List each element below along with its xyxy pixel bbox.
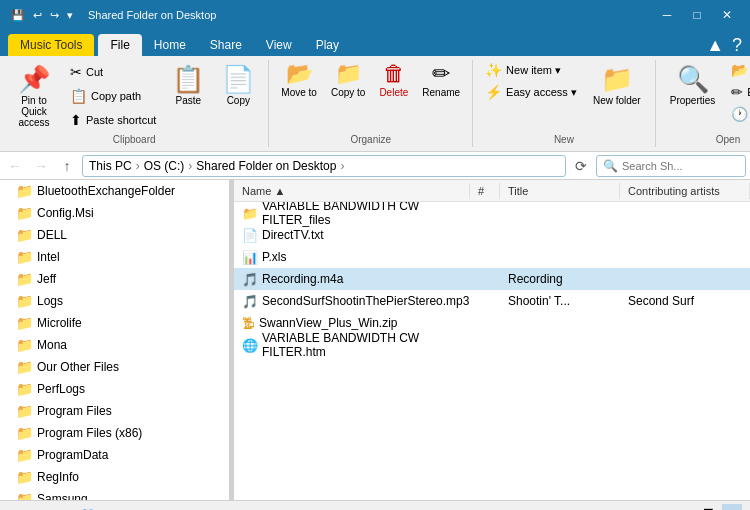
paste-btn[interactable]: 📋 Paste bbox=[164, 60, 212, 110]
folder-item-intel[interactable]: 📁 Intel bbox=[0, 246, 229, 268]
path-os-c[interactable]: OS (C:) bbox=[144, 159, 185, 173]
details-view-btn[interactable]: ☰ bbox=[698, 504, 718, 511]
file-item-pxls[interactable]: 📊 P.xls bbox=[234, 246, 750, 268]
file-item-directtv[interactable]: 📄 DirectTV.txt bbox=[234, 224, 750, 246]
copy-path-btn[interactable]: 📋 Copy path bbox=[64, 86, 162, 106]
file-icon-secondsurf: 🎵 bbox=[242, 294, 258, 309]
delete-icon: 🗑 bbox=[383, 63, 405, 85]
file-artist-recording bbox=[620, 277, 750, 281]
rename-btn[interactable]: ✏ Rename bbox=[416, 60, 466, 102]
tab-home[interactable]: Home bbox=[142, 34, 198, 56]
list-view-btn[interactable]: ⊞ bbox=[722, 504, 742, 511]
folder-icon-bluetooth: 📁 bbox=[16, 183, 33, 199]
search-input[interactable] bbox=[622, 160, 732, 172]
file-item-vbcwf-folder[interactable]: 📁 VARIABLE BANDWIDTH CW FILTER_files bbox=[234, 202, 750, 224]
clipboard-small-group: ✂ Cut 📋 Copy path ⬆ Paste shortcut bbox=[64, 60, 162, 132]
tab-music-tools[interactable]: Music Tools bbox=[8, 34, 94, 56]
paste-shortcut-btn[interactable]: ⬆ Paste shortcut bbox=[64, 110, 162, 130]
open-col: 📂 Open ▾ ✏ Edit 🕐 History bbox=[725, 60, 750, 124]
forward-btn[interactable]: → bbox=[30, 155, 52, 177]
folder-item-our-other-files[interactable]: 📁 Our Other Files bbox=[0, 356, 229, 378]
up-btn[interactable]: ↑ bbox=[56, 155, 78, 177]
properties-btn[interactable]: 🔍 Properties bbox=[662, 60, 724, 110]
new-label: New bbox=[479, 132, 649, 147]
folder-item-jeff[interactable]: 📁 Jeff bbox=[0, 268, 229, 290]
organize-content: 📂 Move to 📁 Copy to 🗑 Delete ✏ Rename bbox=[275, 60, 466, 132]
file-artist-secondsurf: Second Surf bbox=[620, 292, 750, 310]
file-hash-secondsurf bbox=[470, 299, 500, 303]
new-item-btn[interactable]: ✨ New item ▾ bbox=[479, 60, 583, 80]
address-path[interactable]: This PC › OS (C:) › Shared Folder on Des… bbox=[82, 155, 566, 177]
cut-icon: ✂ bbox=[70, 64, 82, 80]
folder-item-perflogs[interactable]: 📁 PerfLogs bbox=[0, 378, 229, 400]
folder-icon-config: 📁 bbox=[16, 205, 33, 221]
close-button[interactable]: ✕ bbox=[712, 0, 742, 30]
ribbon-group-new: ✨ New item ▾ ⚡ Easy access ▾ 📁 New folde… bbox=[473, 60, 656, 147]
redo-qat-btn[interactable]: ↪ bbox=[47, 7, 62, 24]
folder-item-bluetooth[interactable]: 📁 BluetoothExchangeFolder bbox=[0, 180, 229, 202]
path-sep-1: › bbox=[136, 159, 140, 173]
copy-btn[interactable]: 📄 Copy bbox=[214, 60, 262, 110]
help-btn[interactable]: ? bbox=[732, 35, 742, 56]
folder-item-config[interactable]: 📁 Config.Msi bbox=[0, 202, 229, 224]
col-header-artist[interactable]: Contributing artists bbox=[620, 183, 750, 199]
col-header-hash[interactable]: # bbox=[470, 183, 500, 199]
move-to-btn[interactable]: 📂 Move to bbox=[275, 60, 323, 102]
open-label: Open bbox=[662, 132, 750, 147]
folder-item-program-files-x86[interactable]: 📁 Program Files (x86) bbox=[0, 422, 229, 444]
minimize-button[interactable]: ─ bbox=[652, 0, 682, 30]
tab-file[interactable]: File bbox=[98, 34, 141, 56]
edit-btn[interactable]: ✏ Edit bbox=[725, 82, 750, 102]
ribbon-collapse-btn[interactable]: ▲ bbox=[706, 35, 724, 56]
open-btn[interactable]: 📂 Open ▾ bbox=[725, 60, 750, 80]
folder-item-mona[interactable]: 📁 Mona bbox=[0, 334, 229, 356]
path-shared-folder[interactable]: Shared Folder on Desktop bbox=[196, 159, 336, 173]
file-name-pxls: 📊 P.xls bbox=[234, 248, 470, 267]
back-btn[interactable]: ← bbox=[4, 155, 26, 177]
folder-item-logs[interactable]: 📁 Logs bbox=[0, 290, 229, 312]
file-name-secondsurf: 🎵 SecondSurfShootinThePierStereo.mp3 bbox=[234, 292, 470, 311]
open-content: 🔍 Properties 📂 Open ▾ ✏ Edit 🕐 History bbox=[662, 60, 750, 132]
undo-qat-btn[interactable]: ↩ bbox=[30, 7, 45, 24]
file-title-vbcwf-htm bbox=[500, 343, 620, 347]
new-folder-btn[interactable]: 📁 New folder bbox=[585, 60, 649, 110]
folder-item-program-files[interactable]: 📁 Program Files bbox=[0, 400, 229, 422]
easy-access-btn[interactable]: ⚡ Easy access ▾ bbox=[479, 82, 583, 102]
folder-item-dell[interactable]: 📁 DELL bbox=[0, 224, 229, 246]
folder-item-reginfo[interactable]: 📁 RegInfo bbox=[0, 466, 229, 488]
folder-item-programdata[interactable]: 📁 ProgramData bbox=[0, 444, 229, 466]
pin-icon: 📌 bbox=[18, 64, 50, 95]
search-box[interactable]: 🔍 bbox=[596, 155, 746, 177]
main-area: 📁 BluetoothExchangeFolder 📁 Config.Msi 📁… bbox=[0, 180, 750, 500]
folder-item-samsung[interactable]: 📁 Samsung bbox=[0, 488, 229, 500]
organize-label: Organize bbox=[275, 132, 466, 147]
col-header-title[interactable]: Title bbox=[500, 183, 620, 199]
tab-play[interactable]: Play bbox=[304, 34, 351, 56]
file-hash-vbcwf bbox=[470, 211, 500, 215]
file-item-recording[interactable]: 🎵 Recording.m4a Recording bbox=[234, 268, 750, 290]
save-qat-btn[interactable]: 💾 bbox=[8, 7, 28, 24]
path-this-pc[interactable]: This PC bbox=[89, 159, 132, 173]
history-icon: 🕐 bbox=[731, 106, 748, 122]
easy-access-icon: ⚡ bbox=[485, 84, 502, 100]
cut-btn[interactable]: ✂ Cut bbox=[64, 62, 162, 82]
dropdown-qat-btn[interactable]: ▾ bbox=[64, 7, 76, 24]
copy-to-btn[interactable]: 📁 Copy to bbox=[325, 60, 371, 102]
history-btn[interactable]: 🕐 History bbox=[725, 104, 750, 124]
refresh-btn[interactable]: ⟳ bbox=[570, 155, 592, 177]
folder-item-microlife[interactable]: 📁 Microlife bbox=[0, 312, 229, 334]
title-bar-left: 💾 ↩ ↪ ▾ Shared Folder on Desktop bbox=[8, 7, 216, 24]
delete-btn[interactable]: 🗑 Delete bbox=[373, 60, 414, 102]
maximize-button[interactable]: □ bbox=[682, 0, 712, 30]
pin-to-quick-btn[interactable]: 📌 Pin to Quick access bbox=[6, 60, 62, 132]
file-title-secondsurf: Shootin' T... bbox=[500, 292, 620, 310]
tab-view[interactable]: View bbox=[254, 34, 304, 56]
right-panel: Name ▲ # Title Contributing artists 📁 VA… bbox=[234, 180, 750, 500]
address-bar: ← → ↑ This PC › OS (C:) › Shared Folder … bbox=[0, 152, 750, 180]
file-item-secondsurf[interactable]: 🎵 SecondSurfShootinThePierStereo.mp3 Sho… bbox=[234, 290, 750, 312]
col-header-name[interactable]: Name ▲ bbox=[234, 183, 470, 199]
file-item-vbcwf-htm[interactable]: 🌐 VARIABLE BANDWIDTH CW FILTER.htm bbox=[234, 334, 750, 356]
file-icon-vbcwf-htm: 🌐 bbox=[242, 338, 258, 353]
tab-share[interactable]: Share bbox=[198, 34, 254, 56]
quick-access-toolbar: 💾 ↩ ↪ ▾ bbox=[8, 7, 76, 24]
